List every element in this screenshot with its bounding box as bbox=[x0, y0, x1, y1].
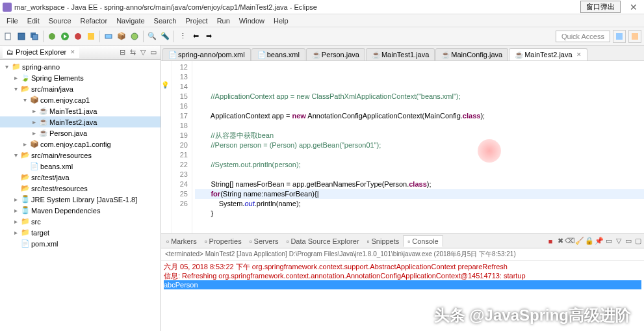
editor-body: 💡 121314151617181920212223242526 //Appli… bbox=[161, 61, 644, 233]
titlebar: mar_workspace - Java EE - spring-anno/sr… bbox=[0, 0, 644, 14]
eclipse-icon bbox=[3, 3, 12, 12]
collapse-all-icon[interactable]: ⊟ bbox=[118, 48, 127, 57]
remove-all-icon[interactable]: ⌫ bbox=[565, 237, 574, 246]
project-explorer-icon: 🗂 bbox=[6, 48, 14, 56]
editor-tab[interactable]: ☕MainTest1.java bbox=[366, 48, 435, 60]
menu-help[interactable]: Help bbox=[270, 16, 292, 26]
svg-rect-3 bbox=[32, 34, 38, 40]
open-console-icon[interactable]: ▽ bbox=[614, 237, 623, 246]
editor-tab[interactable]: 📄spring-anno/pom.xml bbox=[162, 48, 251, 60]
code-editor[interactable]: //ApplicationContext app = new ClassPath… bbox=[192, 61, 644, 233]
open-type-icon[interactable]: 🔍 bbox=[146, 31, 158, 42]
console-tab-console[interactable]: ▫Console bbox=[403, 235, 443, 247]
tree-item[interactable]: ▸☕MainTest1.java bbox=[0, 105, 161, 116]
tree-item[interactable]: ▸📁target bbox=[0, 227, 161, 238]
search-icon[interactable]: 🔦 bbox=[159, 31, 171, 42]
debug-icon[interactable] bbox=[46, 31, 58, 42]
clear-console-icon[interactable]: 🧹 bbox=[575, 237, 584, 246]
console-tabs: ▫Markers▫Properties▫Servers▫Data Source … bbox=[161, 234, 644, 248]
svg-rect-11 bbox=[616, 33, 623, 40]
console-tab-snippets[interactable]: ▫Snippets bbox=[363, 236, 404, 246]
perspective-java-icon[interactable] bbox=[628, 30, 641, 43]
editor-area: 📄spring-anno/pom.xml📄beans.xml☕Person.ja… bbox=[161, 46, 644, 331]
menu-navigate[interactable]: Navigate bbox=[112, 16, 148, 26]
new-class-icon[interactable] bbox=[129, 31, 140, 42]
console-panel: ▫Markers▫Properties▫Servers▫Data Source … bbox=[161, 233, 644, 331]
editor-tab[interactable]: ☕MainTest2.java✕ bbox=[509, 48, 587, 60]
run-icon[interactable] bbox=[59, 31, 71, 42]
menu-edit[interactable]: Edit bbox=[23, 16, 44, 26]
run-last-icon[interactable] bbox=[72, 31, 84, 42]
new-icon[interactable] bbox=[3, 31, 14, 42]
scroll-lock-icon[interactable]: 🔒 bbox=[585, 237, 594, 246]
tree-item[interactable]: ▸☕MainTest2.java bbox=[0, 116, 161, 127]
line-gutter: 121314151617181920212223242526 bbox=[172, 61, 192, 233]
menubar: FileEditSourceRefactorNavigateSearchProj… bbox=[0, 14, 644, 27]
tree-item[interactable]: ▸☕Person.java bbox=[0, 127, 161, 139]
editor-tabs: 📄spring-anno/pom.xml📄beans.xml☕Person.ja… bbox=[161, 46, 644, 61]
new-package-icon[interactable]: 📦 bbox=[116, 31, 127, 42]
maximize-icon[interactable]: ▢ bbox=[634, 237, 643, 246]
link-editor-icon[interactable]: ⇆ bbox=[128, 48, 137, 57]
window-title: mar_workspace - Java EE - spring-anno/sr… bbox=[14, 3, 580, 11]
project-explorer-panel: 🗂 Project Explorer ✕ ⊟ ⇆ ▽ ▭ ▾📁spring-an… bbox=[0, 46, 161, 331]
svg-rect-0 bbox=[5, 33, 10, 40]
close-icon[interactable]: ✕ bbox=[626, 2, 641, 12]
tree-item[interactable]: 📂src/test/resources bbox=[0, 183, 161, 194]
svg-rect-12 bbox=[632, 33, 638, 40]
back-icon[interactable]: ⬅ bbox=[190, 31, 201, 42]
menu-file[interactable]: File bbox=[3, 16, 22, 26]
coverage-icon[interactable] bbox=[85, 31, 97, 42]
remove-launch-icon[interactable]: ✖ bbox=[556, 237, 565, 246]
new-server-icon[interactable] bbox=[103, 31, 114, 42]
menu-search[interactable]: Search bbox=[150, 16, 181, 26]
tree-item[interactable]: ▸📁src bbox=[0, 216, 161, 227]
project-explorer-tab: 🗂 Project Explorer ✕ ⊟ ⇆ ▽ ▭ bbox=[0, 46, 161, 60]
tree-item[interactable]: ▸🍃Spring Elements bbox=[0, 72, 161, 83]
forward-icon[interactable]: ➡ bbox=[203, 31, 214, 42]
tree-item[interactable]: ▸📦com.enjoy.cap1.config bbox=[0, 139, 161, 150]
save-all-icon[interactable] bbox=[29, 31, 40, 42]
toggle-breadcrumb-icon[interactable]: ⋮ bbox=[177, 31, 188, 42]
svg-rect-1 bbox=[18, 33, 25, 40]
menu-window[interactable]: Window bbox=[235, 16, 268, 26]
main-toolbar: 📦 🔍 🔦 ⋮ ⬅ ➡ Quick Access bbox=[0, 27, 644, 46]
tree-item[interactable]: 📄pom.xml bbox=[0, 238, 161, 249]
console-tab-properties[interactable]: ▫Properties bbox=[201, 236, 246, 246]
terminate-icon[interactable]: ■ bbox=[546, 237, 555, 246]
console-header: <terminated> MainTest2 [Java Application… bbox=[161, 248, 644, 261]
editor-tab[interactable]: ☕MainConfig.java bbox=[435, 48, 508, 60]
tree-item[interactable]: ▾📁spring-anno bbox=[0, 61, 161, 72]
project-tree[interactable]: ▾📁spring-anno▸🍃Spring Elements▾📂src/main… bbox=[0, 60, 161, 331]
tree-item[interactable]: ▾📦com.enjoy.cap1 bbox=[0, 94, 161, 105]
editor-tab[interactable]: 📄beans.xml bbox=[251, 48, 305, 60]
tree-item[interactable]: ▸🫙Maven Dependencies bbox=[0, 205, 161, 216]
display-console-icon[interactable]: ▭ bbox=[604, 237, 613, 246]
tree-item[interactable]: ▾📂src/main/resources bbox=[0, 150, 161, 161]
menu-run[interactable]: Run bbox=[213, 16, 234, 26]
menu-project[interactable]: Project bbox=[181, 16, 211, 26]
project-explorer-title: Project Explorer bbox=[16, 48, 66, 56]
console-output[interactable]: 六月 05, 2018 8:53:22 下午 org.springframewo… bbox=[161, 261, 644, 331]
tree-item[interactable]: ▾📂src/main/java bbox=[0, 83, 161, 94]
svg-rect-9 bbox=[105, 34, 112, 38]
editor-tab[interactable]: ☕Person.java bbox=[306, 48, 365, 60]
menu-refactor[interactable]: Refactor bbox=[77, 16, 112, 26]
pin-console-icon[interactable]: 📌 bbox=[595, 237, 604, 246]
minimize-icon[interactable]: ▭ bbox=[149, 48, 158, 57]
console-tab-servers[interactable]: ▫Servers bbox=[246, 236, 283, 246]
quick-access[interactable]: Quick Access bbox=[556, 31, 610, 42]
menu-source[interactable]: Source bbox=[45, 16, 75, 26]
console-tab-data-source-explorer[interactable]: ▫Data Source Explorer bbox=[283, 236, 363, 246]
tree-item[interactable]: 📄beans.xml bbox=[0, 161, 161, 172]
tree-item[interactable]: ▸🫙JRE System Library [JavaSE-1.8] bbox=[0, 194, 161, 205]
view-menu-icon[interactable]: ▽ bbox=[138, 48, 148, 57]
tree-item[interactable]: 📂src/test/java bbox=[0, 172, 161, 183]
console-tab-markers[interactable]: ▫Markers bbox=[162, 236, 201, 246]
minimize-icon[interactable]: ▭ bbox=[624, 237, 633, 246]
perspective-javaee-icon[interactable] bbox=[613, 30, 626, 43]
close-icon[interactable]: ✕ bbox=[70, 49, 75, 55]
svg-point-7 bbox=[75, 33, 81, 40]
popup-button[interactable]: 窗口弹出 bbox=[580, 1, 621, 13]
save-icon[interactable] bbox=[16, 31, 27, 42]
